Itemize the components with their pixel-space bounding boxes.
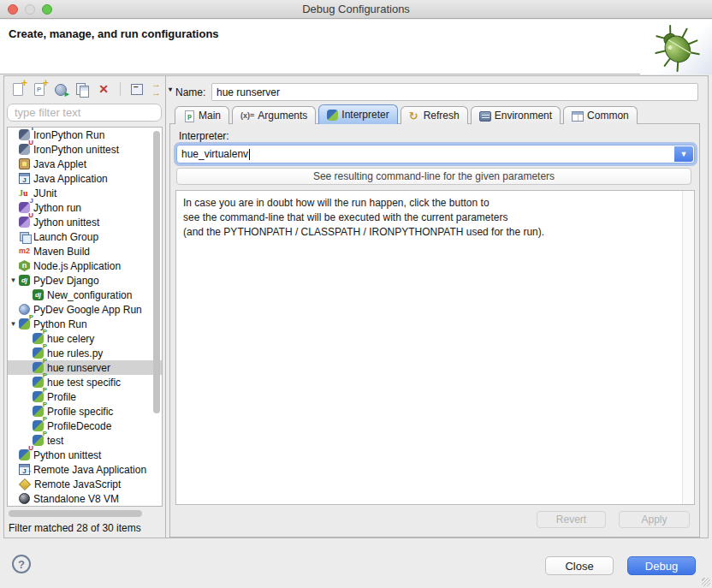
close-button[interactable]: Close — [545, 556, 614, 575]
refresh-tab-icon: ↻ — [409, 110, 420, 122]
tree-item-standalone-v8-vm[interactable]: Standalone V8 VM — [8, 491, 162, 506]
tree-item-label: hue celery — [47, 333, 94, 345]
info-vertical-scrollbar[interactable] — [682, 191, 694, 504]
tree-item-label: Python unittest — [33, 449, 101, 461]
tree-item-remote-javascript[interactable]: Remote JavaScript — [8, 477, 162, 491]
interpreter-info-text: In case you are in doubt how will the ru… — [175, 190, 695, 505]
tree-item-label: hue test specific — [47, 377, 121, 389]
apply-button[interactable]: Apply — [619, 511, 690, 528]
tree-item-label: PyDev Google App Run — [33, 304, 142, 316]
tree-item-new-configuration[interactable]: djNew_configuration — [8, 288, 162, 302]
expander-icon[interactable]: ▼ — [8, 276, 19, 284]
tree-item-label: Standalone V8 VM — [33, 493, 119, 505]
toolbar-separator — [120, 82, 121, 96]
tree-item-label: PyDev Django — [33, 275, 99, 287]
help-button[interactable]: ? — [12, 555, 31, 573]
main-tab-icon: p — [183, 110, 195, 122]
revert-button[interactable]: Revert — [537, 511, 606, 528]
zoom-window-button[interactable] — [42, 4, 52, 15]
tree-item-label: ProfileDecode — [47, 420, 111, 432]
tree-item-hue-celery[interactable]: Phue celery — [8, 331, 162, 346]
common-tab-icon — [572, 111, 584, 122]
new-prototype-icon[interactable]: P+ — [32, 81, 47, 97]
delete-icon[interactable]: ✕ — [96, 81, 111, 97]
configurations-toolbar: +P+✕→→▾ — [10, 80, 166, 98]
launch-group-icon — [19, 231, 30, 242]
tab-main[interactable]: pMain — [175, 106, 229, 124]
tree-item-hue-rules-py[interactable]: Phue rules.py — [8, 346, 162, 360]
export-configurations-icon[interactable] — [53, 81, 68, 97]
tab-common[interactable]: Common — [563, 106, 638, 124]
tree-vertical-scrollbar[interactable] — [153, 131, 160, 413]
java-applet-icon — [19, 158, 30, 169]
tree-item-hue-test-specific[interactable]: Phue test specific — [8, 375, 162, 389]
text-caret — [249, 149, 250, 160]
v8-vm-icon — [19, 493, 30, 504]
interpreter-combobox[interactable]: hue_virtualenv ▼ — [176, 145, 695, 163]
remote-java-icon: J — [19, 464, 30, 475]
tree-item-java-applet[interactable]: Java Applet — [8, 157, 162, 171]
window-title: Debug Configurations — [302, 3, 410, 15]
debug-button[interactable]: Debug — [627, 556, 696, 575]
tree-item-label: Profile specific — [47, 406, 113, 418]
tree-item-label: Remote Java Application — [33, 464, 146, 476]
debug-bug-icon — [640, 20, 712, 74]
tree-item-label: Node.js Application — [33, 260, 121, 272]
tree-item-label: IronPython unittest — [33, 144, 119, 156]
tree-item-label: Python Run — [33, 318, 87, 330]
tree-item-python-run[interactable]: ▼PPython Run — [8, 317, 162, 331]
tab-interpreter[interactable]: Interpreter — [318, 104, 397, 124]
close-window-button[interactable] — [8, 4, 18, 15]
tree-item-label: Remote JavaScript — [34, 478, 121, 490]
tab-environment[interactable]: Environment — [471, 106, 561, 124]
python-unittest-icon: U — [19, 449, 30, 460]
debug-configurations-dialog: Debug Configurations Create, manage, and… — [0, 0, 712, 588]
tab-arguments[interactable]: (x)=Arguments — [232, 106, 316, 124]
resize-grip[interactable] — [702, 578, 710, 586]
maven-build-icon: m2 — [19, 246, 30, 257]
tree-item-java-application[interactable]: JJava Application — [8, 171, 162, 186]
minimize-window-button — [25, 4, 35, 15]
tree-item-python-unittest[interactable]: UPython unittest — [8, 448, 162, 462]
tab-refresh[interactable]: ↻Refresh — [400, 106, 468, 124]
tab-label: Refresh — [424, 110, 460, 122]
config-tabs: pMain(x)=ArgumentsInterpreter↻RefreshEnv… — [175, 104, 640, 124]
filter-configurations-icon[interactable]: →→▾ — [151, 81, 166, 97]
tree-item-maven-build[interactable]: m2Maven Build — [8, 244, 162, 258]
tree-item-pydev-django[interactable]: ▼djPyDev Django — [8, 273, 162, 288]
name-input[interactable] — [211, 83, 698, 101]
java-application-icon: J — [19, 173, 30, 184]
tree-item-label: IronPython Run — [33, 129, 104, 141]
tree-horizontal-scrollbar[interactable] — [9, 510, 142, 517]
python-run-icon: P — [19, 318, 30, 330]
nodejs-application-icon: n — [19, 260, 30, 271]
chevron-down-icon[interactable]: ▼ — [674, 146, 693, 162]
collapse-all-icon[interactable] — [129, 81, 145, 97]
python-run-icon: P — [33, 435, 44, 446]
tree-item-node-js-application[interactable]: nNode.js Application — [8, 258, 162, 273]
tab-label: Common — [587, 110, 629, 122]
tree-item-profiledecode[interactable]: PProfileDecode — [8, 419, 162, 433]
tab-label: Environment — [495, 110, 552, 122]
tree-item-ironpython-unittest[interactable]: UIronPython unittest — [8, 142, 162, 157]
tab-label: Arguments — [258, 110, 307, 122]
tree-item-label: Jython unittest — [33, 217, 99, 229]
tree-item-profile-specific[interactable]: PProfile specific — [8, 404, 162, 419]
filter-status: Filter matched 28 of 30 items — [9, 522, 141, 534]
tree-item-label: Jython run — [33, 202, 81, 214]
tree-item-jython-unittest[interactable]: UJython unittest — [8, 215, 162, 229]
arguments-tab-icon: (x)= — [240, 110, 254, 122]
expander-icon[interactable]: ▼ — [8, 320, 19, 328]
tree-item-remote-java-application[interactable]: JRemote Java Application — [8, 462, 162, 477]
panel-divider[interactable] — [165, 75, 166, 538]
tree-item-launch-group[interactable]: Launch Group — [8, 229, 162, 244]
new-configuration-icon[interactable]: + — [10, 81, 26, 97]
tree-item-label: hue rules.py — [47, 347, 103, 359]
duplicate-icon[interactable] — [74, 81, 90, 97]
configurations-tree: IIronPython RunUIronPython unittestJava … — [7, 127, 163, 507]
tree-item-label: hue runserver — [47, 362, 110, 374]
tree-item-hue-runserver[interactable]: Phue runserver — [8, 360, 162, 375]
tree-item-profile[interactable]: PProfile — [8, 389, 162, 404]
filter-input[interactable] — [7, 104, 162, 122]
see-commandline-button[interactable]: See resulting command-line for the given… — [176, 168, 691, 185]
